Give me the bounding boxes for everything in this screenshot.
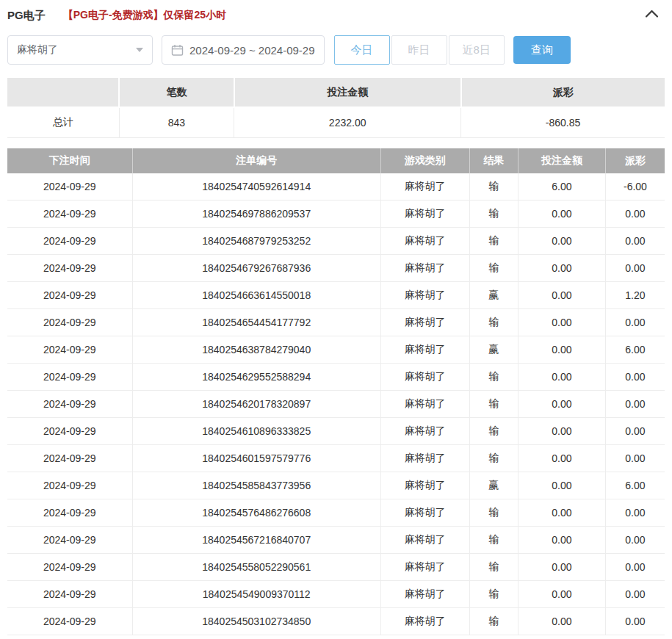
table-cell: 2024-09-29 — [7, 472, 132, 499]
table-cell: 输 — [469, 173, 518, 201]
table-cell: 6.00 — [605, 472, 665, 499]
table-cell: 0.00 — [605, 554, 665, 581]
game-select-value: 麻将胡了 — [17, 43, 58, 57]
last-8-days-button[interactable]: 近8日 — [449, 35, 505, 65]
table-cell: 麻将胡了 — [380, 336, 469, 364]
table-cell: 2024-09-29 — [7, 228, 132, 255]
table-row: 2024-09-291840254654454177792麻将胡了输0.000.… — [7, 309, 665, 336]
table-cell: 输 — [469, 581, 518, 608]
table-cell: 0.00 — [605, 581, 665, 608]
quick-range-group: 今日 昨日 近8日 — [334, 35, 505, 65]
table-cell: 1840254687979253252 — [132, 228, 380, 255]
table-cell: 1840254585843773956 — [132, 472, 380, 499]
table-cell: 6.00 — [518, 173, 605, 201]
table-cell: 麻将胡了 — [380, 472, 469, 499]
table-cell: 1840254679267687936 — [132, 255, 380, 282]
table-row: 2024-09-291840254629552588294麻将胡了输0.000.… — [7, 364, 665, 391]
table-cell: 1840254567216840707 — [132, 527, 380, 554]
table-cell: 1840254558052290561 — [132, 554, 380, 581]
table-cell: 0.00 — [605, 201, 665, 228]
notice-text: 【PG电子-免费游戏】仅保留25小时 — [63, 9, 226, 22]
header-game-type: 游戏类别 — [380, 148, 469, 173]
table-cell: 0.00 — [518, 391, 605, 418]
summary-header-count: 笔数 — [119, 78, 234, 107]
table-cell: 2024-09-29 — [7, 255, 132, 282]
table-row: 2024-09-291840254585843773956麻将胡了赢0.006.… — [7, 472, 665, 499]
table-cell: 2024-09-29 — [7, 499, 132, 527]
table-cell: 麻将胡了 — [380, 445, 469, 472]
table-cell: 麻将胡了 — [380, 364, 469, 391]
table-cell: 0.00 — [605, 309, 665, 336]
table-cell: 0.00 — [518, 608, 605, 635]
table-cell: 麻将胡了 — [380, 499, 469, 527]
table-cell: 麻将胡了 — [380, 527, 469, 554]
table-cell: 输 — [469, 228, 518, 255]
table-cell: 0.00 — [518, 554, 605, 581]
table-cell: 0.00 — [605, 255, 665, 282]
table-cell: 赢 — [469, 472, 518, 499]
table-cell: 1840254620178320897 — [132, 391, 380, 418]
summary-count-value: 843 — [119, 107, 234, 137]
collapse-chevron-up-icon[interactable] — [645, 9, 659, 18]
table-row: 2024-09-291840254503102734850麻将胡了输0.000.… — [7, 608, 665, 635]
table-row: 2024-09-291840254663614550018麻将胡了赢0.001.… — [7, 282, 665, 309]
header-bet-time: 下注时间 — [7, 148, 132, 173]
table-cell: 0.00 — [518, 336, 605, 364]
today-button[interactable]: 今日 — [334, 35, 390, 65]
table-row: 2024-09-291840254549009370112麻将胡了输0.000.… — [7, 581, 665, 608]
summary-header-payout: 派彩 — [461, 78, 665, 107]
table-cell: 0.00 — [518, 309, 605, 336]
table-cell: 0.00 — [518, 364, 605, 391]
table-cell: 0.00 — [605, 445, 665, 472]
table-cell: 麻将胡了 — [380, 282, 469, 309]
table-cell: 麻将胡了 — [380, 608, 469, 635]
table-row: 2024-09-291840254638784279040麻将胡了赢0.006.… — [7, 336, 665, 364]
top-bar: PG电子 【PG电子-免费游戏】仅保留25小时 — [7, 0, 665, 31]
page: PG电子 【PG电子-免费游戏】仅保留25小时 麻将胡了 2024-09-29 … — [0, 0, 672, 635]
table-cell: 0.00 — [518, 282, 605, 309]
table-cell: 0.00 — [518, 527, 605, 554]
table-cell: 输 — [469, 309, 518, 336]
table-row: 2024-09-291840254620178320897麻将胡了输0.000.… — [7, 391, 665, 418]
table-cell: 2024-09-29 — [7, 309, 132, 336]
table-cell: 1840254601597579776 — [132, 445, 380, 472]
table-row: 2024-09-291840254567216840707麻将胡了输0.000.… — [7, 527, 665, 554]
game-select[interactable]: 麻将胡了 — [7, 35, 153, 65]
table-cell: 1840254610896333825 — [132, 418, 380, 445]
table-cell: 输 — [469, 364, 518, 391]
table-cell: 麻将胡了 — [380, 418, 469, 445]
caret-down-icon — [136, 48, 143, 52]
table-cell: 输 — [469, 499, 518, 527]
table-cell: 输 — [469, 391, 518, 418]
summary-header-blank — [7, 78, 119, 107]
table-cell: 0.00 — [605, 499, 665, 527]
table-cell: 麻将胡了 — [380, 255, 469, 282]
date-range-value: 2024-09-29 ~ 2024-09-29 — [189, 44, 315, 57]
summary-header-row: 笔数 投注金额 派彩 — [7, 78, 665, 107]
query-button[interactable]: 查询 — [513, 36, 571, 64]
table-cell: 2024-09-29 — [7, 391, 132, 418]
yesterday-button[interactable]: 昨日 — [391, 35, 447, 65]
summary-total-row: 总计 843 2232.00 -860.85 — [7, 107, 665, 137]
table-cell: 麻将胡了 — [380, 228, 469, 255]
bet-records-table: 下注时间 注单编号 游戏类别 结果 投注金额 派彩 2024-09-291840… — [7, 148, 665, 636]
table-cell: 输 — [469, 418, 518, 445]
table-cell: 输 — [469, 445, 518, 472]
table-row: 2024-09-291840254740592614914麻将胡了输6.00-6… — [7, 173, 665, 201]
summary-payout-value: -860.85 — [461, 107, 665, 137]
table-cell: 赢 — [469, 336, 518, 364]
table-row: 2024-09-291840254697886209537麻将胡了输0.000.… — [7, 201, 665, 228]
table-cell: 0.00 — [605, 391, 665, 418]
table-cell: 2024-09-29 — [7, 282, 132, 309]
table-cell: 输 — [469, 255, 518, 282]
table-cell: 2024-09-29 — [7, 445, 132, 472]
table-cell: 2024-09-29 — [7, 418, 132, 445]
table-cell: 麻将胡了 — [380, 309, 469, 336]
table-row: 2024-09-291840254687979253252麻将胡了输0.000.… — [7, 228, 665, 255]
table-cell: 输 — [469, 201, 518, 228]
table-cell: 1840254697886209537 — [132, 201, 380, 228]
date-range-picker[interactable]: 2024-09-29 ~ 2024-09-29 — [162, 35, 325, 65]
table-row: 2024-09-291840254679267687936麻将胡了输0.000.… — [7, 255, 665, 282]
table-cell: 麻将胡了 — [380, 554, 469, 581]
header-bet-amount: 投注金额 — [518, 148, 605, 173]
